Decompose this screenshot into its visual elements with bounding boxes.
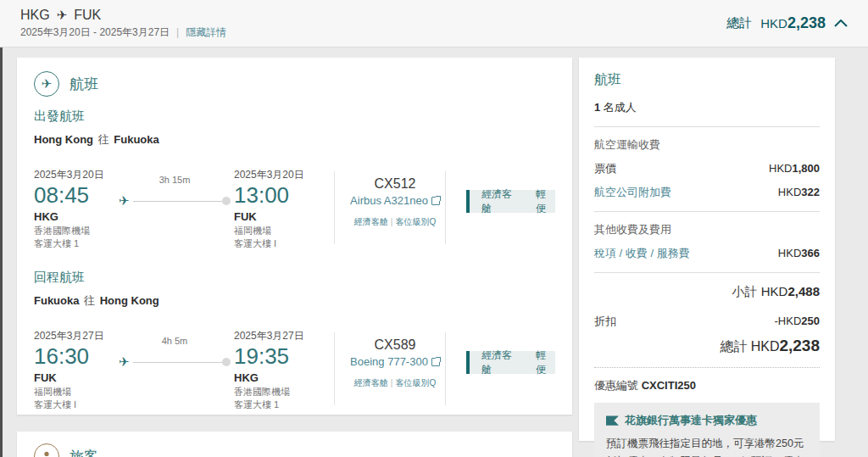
leg-date: 2025年3月20日 bbox=[34, 168, 119, 182]
route-to-word: 往 bbox=[97, 133, 111, 146]
leg-date: 2025年3月27日 bbox=[34, 329, 119, 343]
departure-leg-row: 2025年3月20日 08:45 HKG 香港國際機場 客運大樓 1 3h 15… bbox=[34, 168, 555, 253]
external-link-icon bbox=[431, 358, 440, 366]
fare-type-badge: 經濟客艙 輕便 bbox=[466, 351, 555, 374]
cabin-label: 經濟客艙 bbox=[481, 187, 520, 216]
route-to: Fukuoka bbox=[114, 133, 159, 146]
fare-amount: HKD1,800 bbox=[769, 162, 820, 175]
duration-endpoint-dot bbox=[222, 358, 231, 366]
leg-date: 2025年3月27日 bbox=[234, 329, 334, 343]
route-from: Hong Kong bbox=[34, 133, 93, 146]
total-label: 總計 bbox=[720, 339, 747, 354]
aircraft-link[interactable]: Airbus A321neo bbox=[350, 194, 440, 207]
cabin-box-wrap: 經濟客艙 輕便 bbox=[456, 329, 555, 414]
plane-icon: ✈ bbox=[57, 8, 68, 23]
air-charges-label: 航空運輸收費 bbox=[594, 137, 820, 153]
total-label: 總計 bbox=[726, 15, 752, 31]
total-currency: HKD bbox=[760, 16, 787, 31]
departure-flight-info: CX512 Airbus A321neo 經濟客艙|客位級別Q bbox=[345, 168, 445, 253]
fare-type-badge: 經濟客艙 輕便 bbox=[466, 190, 555, 213]
duration-label: 4h 5m bbox=[119, 336, 231, 346]
duration-line: ✈ bbox=[119, 193, 231, 209]
plane-icon: ✈ bbox=[119, 354, 130, 370]
total-collapse-toggle[interactable]: 總計 HKD2,238 bbox=[726, 14, 848, 32]
surcharge-link[interactable]: 航空公司附加費 bbox=[594, 185, 671, 200]
fare-label: 輕便 bbox=[536, 187, 555, 216]
leg-airport-code: FUK bbox=[234, 210, 334, 223]
surcharge-row: 航空公司附加費 HKD322 bbox=[594, 185, 820, 200]
promo-code-label: 優惠編號 bbox=[594, 379, 638, 392]
other-charges-label: 其他收費及費用 bbox=[594, 222, 820, 237]
discount-label: 折扣 bbox=[594, 314, 616, 329]
leg-airport-name: 香港國際機場 客運大樓 1 bbox=[234, 386, 334, 411]
divider bbox=[445, 171, 446, 244]
promo-offer-body: 預訂機票飛往指定目的地，可享港幣250元折扣優惠。名額限量每月690個預訂。優惠… bbox=[606, 435, 808, 457]
fare-label: 輕便 bbox=[536, 348, 555, 377]
leg-time: 13:00 bbox=[234, 183, 334, 209]
divider bbox=[594, 367, 820, 368]
departure-destination-block: 2025年3月20日 13:00 FUK 福岡機場 客運大樓 I bbox=[234, 168, 334, 253]
leg-time: 19:35 bbox=[234, 344, 334, 370]
subtotal-amount: HKD2,488 bbox=[761, 284, 820, 298]
plane-icon: ✈ bbox=[119, 193, 130, 209]
divider bbox=[445, 332, 446, 405]
flight-number: CX589 bbox=[345, 337, 445, 353]
trip-route: HKG ✈ FUK bbox=[20, 8, 226, 23]
flights-section-header: ✈ 航班 bbox=[34, 71, 555, 97]
duration-widget: 3h 15m ✈ bbox=[119, 168, 231, 253]
taxes-link[interactable]: 稅項 / 收費 / 服務費 bbox=[594, 246, 690, 261]
route-from: Fukuoka bbox=[34, 294, 79, 307]
promo-flag-icon bbox=[606, 415, 619, 426]
leg-airport-code: HKG bbox=[34, 210, 119, 223]
flights-card-title: 航班 bbox=[70, 75, 98, 94]
leg-airport-code: HKG bbox=[234, 371, 334, 384]
promo-offer-box: 花旗銀行萬事達卡獨家優惠 預訂機票飛往指定目的地，可享港幣250元折扣優惠。名額… bbox=[594, 403, 820, 457]
flights-card: ✈ 航班 出發航班 Hong Kong 往 Fukuoka 2025年3月20日… bbox=[17, 58, 572, 415]
leg-date: 2025年3月20日 bbox=[234, 168, 334, 182]
fare-label: 票價 bbox=[594, 161, 616, 176]
route-to: Hong Kong bbox=[100, 294, 159, 307]
return-route: Fukuoka 往 Hong Kong bbox=[34, 293, 555, 309]
departure-section-title: 出發航班 bbox=[34, 109, 555, 125]
passengers-card: 旅客 bbox=[17, 432, 572, 457]
leg-time: 16:30 bbox=[34, 344, 119, 370]
passenger-count: 1 名成人 bbox=[594, 100, 820, 115]
aircraft-link[interactable]: Boeing 777-300 bbox=[350, 355, 440, 368]
cabin-box-wrap: 經濟客艙 輕便 bbox=[456, 168, 555, 253]
return-section-title: 回程航班 bbox=[34, 270, 555, 286]
trip-summary-bar: HKG ✈ FUK 2025年3月20日 - 2025年3月27日 | 隱藏詳情… bbox=[0, 0, 868, 47]
duration-line: ✈ bbox=[119, 354, 231, 370]
duration-widget: 4h 5m ✈ bbox=[119, 329, 231, 414]
origin-code: HKG bbox=[20, 8, 50, 23]
promo-code-row: 優惠編號 CXCITI250 bbox=[594, 378, 820, 393]
passengers-section-header: 旅客 bbox=[34, 443, 555, 457]
summary-title: 航班 bbox=[594, 71, 820, 89]
return-flight-info: CX589 Boeing 777-300 經濟客艙|客位級別Q bbox=[345, 329, 445, 414]
leg-time: 08:45 bbox=[34, 183, 119, 209]
passengers-card-title: 旅客 bbox=[70, 447, 98, 457]
subtotal-label: 小計 bbox=[732, 284, 758, 298]
divider bbox=[594, 126, 820, 127]
viewport-edge bbox=[0, 47, 3, 457]
trip-date-range: 2025年3月20日 - 2025年3月27日 bbox=[20, 25, 170, 40]
leg-airport-name: 福岡機場 客運大樓 I bbox=[34, 386, 119, 411]
duration-track bbox=[133, 362, 223, 363]
chevron-up-icon[interactable] bbox=[834, 20, 848, 27]
return-destination-block: 2025年3月27日 19:35 HKG 香港國際機場 客運大樓 1 bbox=[234, 329, 334, 414]
flight-number: CX512 bbox=[345, 176, 445, 192]
route-to-word: 往 bbox=[82, 294, 97, 307]
hide-details-link[interactable]: 隱藏詳情 bbox=[186, 25, 226, 40]
aircraft-name: Boeing 777-300 bbox=[350, 355, 428, 368]
flight-circle-icon: ✈ bbox=[34, 71, 59, 97]
total-value: 2,238 bbox=[787, 14, 826, 31]
duration-label: 3h 15m bbox=[119, 175, 231, 185]
duration-track bbox=[133, 201, 223, 202]
person-icon bbox=[40, 449, 53, 457]
promo-offer-title-row: 花旗銀行萬事達卡獨家優惠 bbox=[606, 413, 808, 428]
price-summary-card: 航班 1 名成人 航空運輸收費 票價 HKD1,800 航空公司附加費 HKD3… bbox=[579, 58, 835, 441]
divider bbox=[334, 171, 335, 244]
departure-origin-block: 2025年3月20日 08:45 HKG 香港國際機場 客運大樓 1 bbox=[34, 168, 119, 253]
divider bbox=[334, 332, 335, 405]
total-amount: HKD2,238 bbox=[760, 14, 826, 32]
subtotal-row: 小計 HKD2,488 bbox=[594, 284, 820, 300]
